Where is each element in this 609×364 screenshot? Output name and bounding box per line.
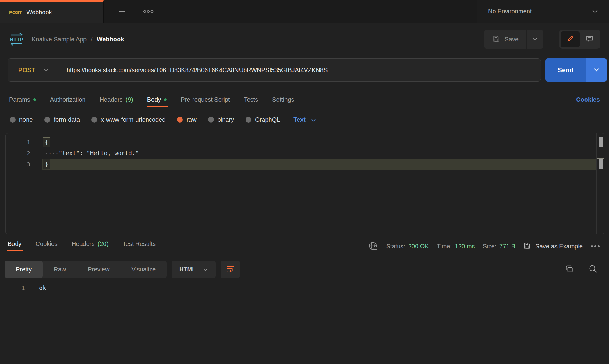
breadcrumb-separator: / [91,36,93,43]
floppy-save-icon [523,242,531,251]
response-tabs: Body Cookies Headers (20) Test Results [8,240,156,247]
body-mode-selector: none form-data x-www-form-urlencoded raw… [10,113,316,127]
tab-settings[interactable]: Settings [272,96,294,103]
view-mode-visualize[interactable]: Visualize [120,261,167,278]
code-text: "text": "Hello, world." [59,150,139,156]
wrap-lines-button[interactable] [221,261,240,278]
url-input[interactable]: https://hooks.slack.com/services/T06TD83… [58,67,328,74]
response-tab-body[interactable]: Body [8,240,22,247]
tab-tests-label: Tests [244,96,258,103]
edit-comment-toggle [559,30,600,49]
send-button-label: Send [558,66,573,74]
send-button[interactable]: Send [545,58,586,82]
radio-icon [91,117,97,123]
tab-more-options-icon[interactable] [143,10,154,13]
header-actions: Save [484,30,600,49]
response-tab-cookies[interactable]: Cookies [36,240,58,247]
radio-icon [44,117,50,123]
mode-raw[interactable]: raw [177,116,196,123]
tab-body[interactable]: Body [147,96,167,103]
response-body-text: ok [25,284,46,292]
method-label: POST [18,67,35,74]
code-line: { [42,137,596,148]
size-value: 771 B [499,243,515,250]
tab-method-badge: POST [9,10,22,15]
request-tab-strip: POST Webhook No Environment [0,0,609,23]
mode-binary-label: binary [218,116,234,123]
line-number: 3 [6,161,42,167]
view-mode-raw[interactable]: Raw [43,261,77,278]
response-body-line: 1 ok [0,283,46,293]
tab-headers-label: Headers [100,96,123,103]
raw-language-label: Text [293,116,306,123]
request-tab-webhook[interactable]: POST Webhook [0,0,104,23]
edit-mode-button[interactable] [561,31,580,47]
tab-settings-label: Settings [272,96,294,103]
size-indicator[interactable]: Size: 771 B [483,243,515,250]
mode-graphql[interactable]: GraphQL [246,116,280,123]
editor-line: 2 ···· "text": "Hello, world." [6,148,604,159]
status-label: Status: [386,243,405,250]
save-button[interactable]: Save [484,30,526,49]
environment-selector[interactable]: No Environment [477,0,609,23]
response-tab-headers[interactable]: Headers (20) [72,240,108,247]
response-tab-test-results[interactable]: Test Results [122,240,156,247]
new-tab-button[interactable] [118,7,127,16]
response-headers-count-badge: (20) [97,240,108,247]
chevron-down-icon [594,67,599,73]
save-options-button[interactable] [527,30,543,49]
mode-binary[interactable]: binary [208,116,234,123]
tab-authorization[interactable]: Authorization [50,96,86,103]
method-select[interactable]: POST [8,67,58,74]
response-more-options-icon[interactable] [591,245,600,248]
request-config-tabs: Params Authorization Headers (9) Body Pr… [9,92,600,107]
view-mode-preview[interactable]: Preview [77,261,120,278]
http-protocol-icon: HTTP [9,32,24,46]
time-indicator[interactable]: Time: 120 ms [437,243,475,250]
response-meta: Status: 200 OK Time: 120 ms Size: 771 B [368,241,600,251]
breadcrumb-request-name[interactable]: Webhook [97,36,124,43]
tab-tests[interactable]: Tests [244,96,258,103]
save-as-example-button[interactable]: Save as Example [523,242,583,251]
view-mode-pretty[interactable]: Pretty [5,261,43,278]
response-format-label: HTML [179,266,196,273]
tab-body-label: Body [147,96,161,103]
response-format-select[interactable]: HTML [172,261,216,278]
tab-params[interactable]: Params [9,96,36,103]
status-value: 200 OK [408,243,429,250]
comment-icon [586,35,593,44]
radio-selected-icon [177,117,183,123]
send-options-button[interactable] [586,58,607,82]
url-bar: POST https://hooks.slack.com/services/T0… [8,58,541,82]
tab-headers[interactable]: Headers (9) [100,96,133,103]
cookies-link[interactable]: Cookies [576,96,600,103]
tab-pre-request-script[interactable]: Pre-request Script [181,96,230,103]
response-viewer-toolbar: Pretty Raw Preview Visualize HTML [5,261,240,278]
chevron-down-icon [44,67,49,73]
search-icon[interactable] [588,264,597,273]
mode-graphql-label: GraphQL [255,116,280,123]
response-tab-headers-label: Headers [72,240,95,247]
line-number: 1 [6,139,42,145]
mode-x-www-form-urlencoded[interactable]: x-www-form-urlencoded [91,116,165,123]
network-globe-lock-icon[interactable] [368,241,378,251]
editor-line: 1 { [6,137,604,148]
chevron-down-icon [311,116,316,123]
params-status-dot [33,98,36,101]
status-indicator[interactable]: Status: 200 OK [386,243,429,250]
response-tab-test-results-label: Test Results [122,240,156,247]
request-body-editor[interactable]: 1 { 2 ···· "text": "Hello, world." 3 } [5,133,604,234]
mode-none[interactable]: none [10,116,33,123]
raw-language-select[interactable]: Text [293,116,316,123]
copy-icon[interactable] [565,264,574,273]
view-mode-segmented-control: Pretty Raw Preview Visualize [5,261,167,278]
breadcrumb-collection[interactable]: Knative Sample App [32,36,87,43]
overview-ruler-line [597,158,604,159]
comments-button[interactable] [580,31,599,47]
response-line-number: 1 [0,285,25,291]
active-tab-underline [7,250,23,251]
tab-title: Webhook [26,9,52,16]
response-actions [565,264,597,273]
mode-form-data[interactable]: form-data [44,116,80,123]
scrollbar-thumb[interactable] [599,137,603,147]
